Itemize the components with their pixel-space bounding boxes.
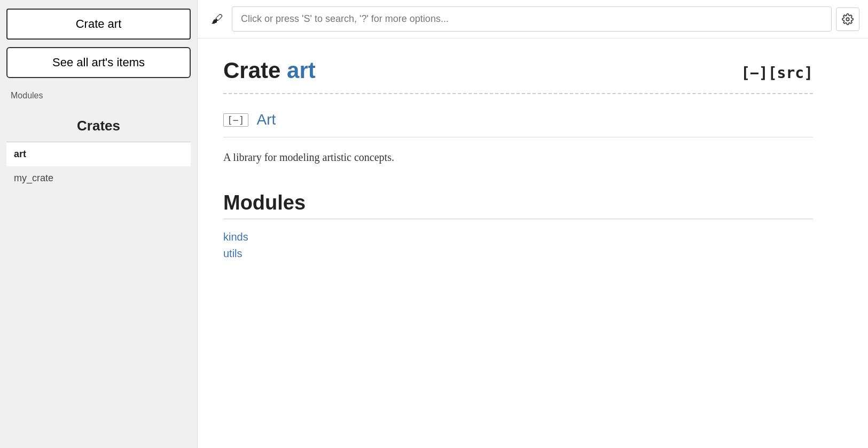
page-content: Crate art [−][src] [−] Art A library for… bbox=[198, 38, 839, 280]
crate-name: art bbox=[287, 58, 316, 83]
module-art-link[interactable]: Art bbox=[257, 111, 276, 128]
modules-list: kinds utils bbox=[223, 230, 813, 261]
search-bar-area: 🖌 bbox=[198, 0, 868, 38]
gear-icon bbox=[842, 13, 854, 25]
module-link-kinds[interactable]: kinds bbox=[223, 230, 813, 244]
module-link-utils[interactable]: utils bbox=[223, 246, 813, 261]
see-all-items-button[interactable]: See all art's items bbox=[6, 47, 191, 78]
module-description: A library for modeling artistic concepts… bbox=[223, 146, 813, 179]
module-divider bbox=[223, 137, 813, 137]
page-title: Crate art bbox=[223, 58, 316, 83]
search-input[interactable] bbox=[232, 6, 832, 32]
crate-label: Crate bbox=[223, 58, 280, 83]
settings-button[interactable] bbox=[836, 7, 859, 31]
crates-heading: Crates bbox=[6, 107, 191, 142]
modules-label: Modules bbox=[6, 89, 191, 107]
modules-section-divider bbox=[223, 219, 813, 219]
title-row: Crate art [−][src] bbox=[223, 58, 813, 94]
module-collapse-button[interactable]: [−] bbox=[223, 113, 248, 127]
sidebar: Crate art See all art's items Modules Cr… bbox=[0, 0, 198, 448]
title-controls[interactable]: [−][src] bbox=[741, 64, 813, 82]
module-art-section: [−] Art A library for modeling artistic … bbox=[223, 107, 813, 179]
svg-point-0 bbox=[846, 18, 849, 21]
paintbrush-icon[interactable]: 🖌 bbox=[206, 9, 228, 30]
main-content: 🖌 Crate art [−][src] [−] Art A library f… bbox=[198, 0, 868, 448]
crate-list-item-art[interactable]: art bbox=[6, 142, 191, 166]
module-art-row: [−] Art bbox=[223, 107, 813, 133]
crate-list-item-my-crate[interactable]: my_crate bbox=[6, 166, 191, 190]
crate-art-button[interactable]: Crate art bbox=[6, 9, 191, 40]
modules-heading: Modules bbox=[223, 191, 813, 214]
